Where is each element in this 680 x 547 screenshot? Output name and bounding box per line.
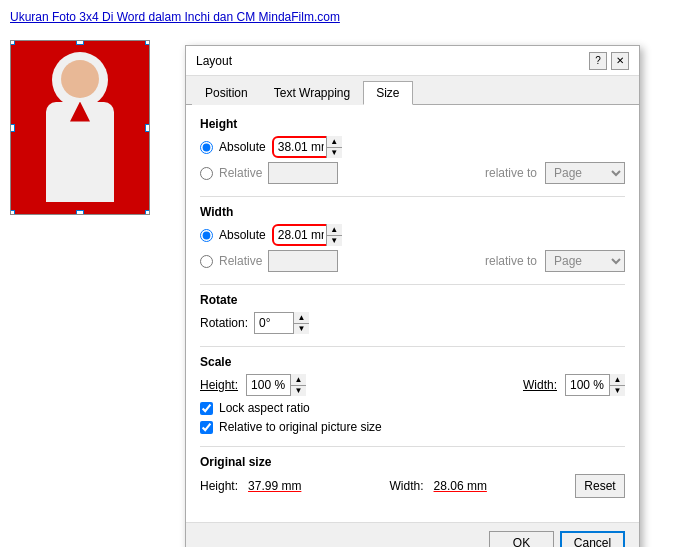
handle-tm xyxy=(76,40,84,45)
titlebar-controls: ? ✕ xyxy=(589,52,629,70)
scale-width-up[interactable]: ▲ xyxy=(610,374,625,386)
relative-original-row: Relative to original picture size xyxy=(200,420,625,434)
width-relative-row: Relative relative to Page xyxy=(200,250,625,272)
reset-button[interactable]: Reset xyxy=(575,474,625,498)
handle-tr xyxy=(145,40,150,45)
dialog-titlebar: Layout ? ✕ xyxy=(186,46,639,76)
rotation-row: Rotation: ▲ ▼ xyxy=(200,312,625,334)
divider-2 xyxy=(200,284,625,285)
height-relative-input[interactable] xyxy=(268,162,338,184)
height-relative-to-select[interactable]: Page xyxy=(545,162,625,184)
rotation-spinner-btns: ▲ ▼ xyxy=(293,312,309,334)
width-relative-input[interactable] xyxy=(268,250,338,272)
width-section: Width Absolute ▲ ▼ xyxy=(200,205,625,272)
scale-width-label: Width: xyxy=(523,378,557,392)
handle-ml xyxy=(10,124,15,132)
height-down-btn[interactable]: ▼ xyxy=(327,148,342,159)
height-relative-radio[interactable] xyxy=(200,167,213,180)
width-spinner-btns: ▲ ▼ xyxy=(326,224,342,246)
width-down-btn[interactable]: ▼ xyxy=(327,236,342,247)
original-height-label: Height: xyxy=(200,479,238,493)
dialog-footer: OK Cancel xyxy=(186,522,639,547)
original-height-value: 37.99 mm xyxy=(248,479,301,493)
scale-width-spinner: ▲ ▼ xyxy=(565,374,625,396)
scale-width-down[interactable]: ▼ xyxy=(610,386,625,397)
divider-4 xyxy=(200,446,625,447)
handle-bl xyxy=(10,210,15,215)
person-figure xyxy=(40,48,120,208)
lock-aspect-label: Lock aspect ratio xyxy=(219,401,310,415)
height-relative-label: Relative xyxy=(219,166,262,180)
dialog-title-text: Layout xyxy=(196,54,232,68)
rotation-spinner: ▲ ▼ xyxy=(254,312,309,334)
scale-label: Scale xyxy=(200,355,625,369)
scale-section: Scale Height: ▲ ▼ Width: ▲ ▼ xyxy=(200,355,625,434)
height-up-btn[interactable]: ▲ xyxy=(327,136,342,148)
tab-text-wrapping[interactable]: Text Wrapping xyxy=(261,81,363,105)
scale-height-spinner: ▲ ▼ xyxy=(246,374,306,396)
height-absolute-radio[interactable] xyxy=(200,141,213,154)
photo-image xyxy=(11,41,149,214)
scale-height-up[interactable]: ▲ xyxy=(291,374,306,386)
scale-height-down[interactable]: ▼ xyxy=(291,386,306,397)
handle-tl xyxy=(10,40,15,45)
tab-position[interactable]: Position xyxy=(192,81,261,105)
lock-aspect-checkbox[interactable] xyxy=(200,402,213,415)
height-absolute-label: Absolute xyxy=(219,140,266,154)
relative-original-checkbox[interactable] xyxy=(200,421,213,434)
height-section: Height Absolute ▲ ▼ xyxy=(200,117,625,184)
height-relative-row: Relative relative to Page xyxy=(200,162,625,184)
original-size-row: Height: 37.99 mm Width: 28.06 mm Reset xyxy=(200,474,625,498)
height-spinner-btns: ▲ ▼ xyxy=(326,136,342,158)
divider-1 xyxy=(200,196,625,197)
photo-container xyxy=(10,40,150,215)
rotate-label: Rotate xyxy=(200,293,625,307)
ok-button[interactable]: OK xyxy=(489,531,554,547)
width-relative-label: Relative xyxy=(219,254,262,268)
height-label: Height xyxy=(200,117,625,131)
relative-original-label: Relative to original picture size xyxy=(219,420,382,434)
original-size-section: Original size Height: 37.99 mm Width: 28… xyxy=(200,455,625,498)
original-width-value: 28.06 mm xyxy=(434,479,487,493)
width-absolute-spinner: ▲ ▼ xyxy=(272,224,342,246)
width-absolute-label: Absolute xyxy=(219,228,266,242)
lock-aspect-row: Lock aspect ratio xyxy=(200,401,625,415)
width-up-btn[interactable]: ▲ xyxy=(327,224,342,236)
face xyxy=(61,60,99,98)
tab-size[interactable]: Size xyxy=(363,81,412,105)
original-size-label: Original size xyxy=(200,455,625,469)
rotation-up-btn[interactable]: ▲ xyxy=(294,312,309,324)
scale-height-spinner-btns: ▲ ▼ xyxy=(290,374,306,396)
layout-dialog: Layout ? ✕ Position Text Wrapping Size H… xyxy=(185,45,640,547)
scale-height-label: Height: xyxy=(200,378,238,392)
scale-values-row: Height: ▲ ▼ Width: ▲ ▼ xyxy=(200,374,625,396)
handle-br xyxy=(145,210,150,215)
divider-3 xyxy=(200,346,625,347)
rotation-label: Rotation: xyxy=(200,316,248,330)
height-absolute-row: Absolute ▲ ▼ xyxy=(200,136,625,158)
dialog-tabs: Position Text Wrapping Size xyxy=(186,76,639,105)
handle-bm xyxy=(76,210,84,215)
height-relative-to-text: relative to xyxy=(485,166,537,180)
width-absolute-radio[interactable] xyxy=(200,229,213,242)
width-absolute-row: Absolute ▲ ▼ xyxy=(200,224,625,246)
width-relative-to-select[interactable]: Page xyxy=(545,250,625,272)
height-absolute-spinner: ▲ ▼ xyxy=(272,136,342,158)
original-width-label: Width: xyxy=(390,479,424,493)
handle-mr xyxy=(145,124,150,132)
close-button[interactable]: ✕ xyxy=(611,52,629,70)
cancel-button[interactable]: Cancel xyxy=(560,531,625,547)
rotate-section: Rotate Rotation: ▲ ▼ xyxy=(200,293,625,334)
scale-width-spinner-btns: ▲ ▼ xyxy=(609,374,625,396)
width-relative-to-text: relative to xyxy=(485,254,537,268)
page-title: Ukuran Foto 3x4 Di Word dalam Inchi dan … xyxy=(10,10,340,24)
width-label: Width xyxy=(200,205,625,219)
rotation-down-btn[interactable]: ▼ xyxy=(294,324,309,335)
dialog-content: Height Absolute ▲ ▼ xyxy=(186,105,639,522)
width-relative-radio[interactable] xyxy=(200,255,213,268)
help-button[interactable]: ? xyxy=(589,52,607,70)
